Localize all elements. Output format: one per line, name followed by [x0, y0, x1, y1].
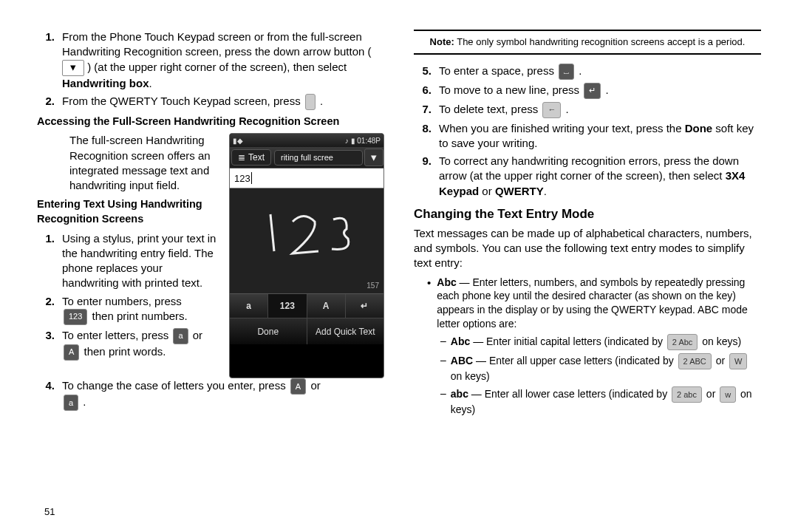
key-2abc-icon: 2 Abc [667, 334, 698, 350]
clock-text: 01:48P [357, 137, 381, 145]
key-a-lower-icon: a [173, 328, 188, 344]
key-enter: ↵ [346, 294, 383, 318]
signal-icon: ▮◆ [233, 136, 243, 146]
backspace-key-icon: ← [542, 102, 561, 118]
list-item: 3. To enter letters, press a or A then p… [37, 328, 219, 361]
char-count: 157 [366, 281, 379, 291]
key-a-lower: a [230, 294, 268, 318]
keypad-icon [305, 94, 316, 110]
space-key-icon: ⎵ [559, 64, 574, 80]
sub-item: – ABC — Enter all upper case letters (in… [440, 353, 761, 383]
list-item: 7. To delete text, press ← . [414, 102, 761, 118]
key-row: a 123 A ↵ [230, 293, 383, 318]
list-item: 1. From the Phone Touch Keypad screen or… [37, 30, 384, 91]
list-item: 2. From the QWERTY Touch Keypad screen, … [37, 94, 384, 110]
key-123-icon: 123 [64, 309, 87, 325]
step-number: 1. [37, 30, 55, 91]
note-block: Note: The only symbol handwriting recogn… [414, 30, 761, 55]
msg-icon: ≣ [238, 151, 245, 163]
handwriting-area: 157 [230, 188, 383, 293]
list-item: 1. Using a stylus, print your text in th… [37, 231, 219, 291]
key-w-lower-icon: w [720, 386, 736, 403]
sub-item: – abc — Enter all lower case letters (in… [440, 386, 761, 417]
key-123: 123 [268, 294, 307, 318]
status-bar: ▮◆ ♪ ▮ 01:48P [230, 134, 383, 147]
step-body: From the Phone Touch Keypad screen or fr… [62, 30, 384, 91]
list-item: 8. When you are finished writing your te… [414, 121, 761, 151]
paragraph: The full-screen Handwriting Recognition … [37, 133, 219, 193]
list-item: 6. To move to a new line, press ↵ . [414, 83, 761, 99]
list-item: 9. To correct any handwriting recognitio… [414, 154, 761, 199]
paragraph: Text messages can be made up of alphabet… [414, 226, 761, 271]
text-tab: ≣Text [231, 149, 271, 166]
phone-screenshot: ▮◆ ♪ ▮ 01:48P ≣Text riting full scree ▾ … [229, 133, 384, 378]
step-number: 2. [37, 94, 55, 110]
right-column: Note: The only symbol handwriting recogn… [399, 30, 776, 517]
dash-icon: – [440, 353, 446, 383]
done-softkey: Done [230, 318, 307, 344]
handwritten-123-icon [230, 188, 383, 293]
down-arrow-icon: ▾ [62, 60, 84, 76]
text-image-row: The full-screen Handwriting Recognition … [37, 133, 384, 378]
step-body: From the QWERTY Touch Keypad screen, pre… [62, 94, 384, 110]
caret-icon [251, 172, 252, 184]
key-a-upper: A [307, 294, 346, 318]
top-bar: ≣Text riting full scree ▾ [230, 147, 383, 168]
dash-icon: – [440, 386, 446, 417]
add-quick-text-softkey: Add Quick Text [307, 318, 384, 344]
list-item: 4. To change the case of letters you ent… [37, 378, 384, 411]
dropdown-icon: ▾ [364, 149, 383, 166]
section-heading: Changing the Text Entry Mode [414, 206, 761, 223]
page-number: 51 [44, 505, 55, 519]
subheading: Accessing the Full-Screen Handwriting Re… [37, 115, 384, 129]
text-field: 123 [230, 168, 383, 188]
dash-icon: – [440, 334, 446, 350]
key-2abc-lower-icon: 2 abc [672, 386, 702, 403]
key-a-upper-icon: A [290, 378, 306, 395]
left-column: 1. From the Phone Touch Keypad screen or… [22, 30, 399, 517]
mode-tab: riting full scree [274, 150, 363, 166]
sub-item: – Abc — Enter initial capital letters (i… [440, 334, 761, 350]
enter-key-icon: ↵ [584, 83, 601, 99]
key-a-lower-icon: a [64, 395, 78, 411]
list-item: 2. To enter numbers, press 123 then prin… [37, 294, 219, 325]
key-a-upper-icon: A [64, 344, 79, 361]
key-2ABC-icon: 2 ABC [678, 353, 712, 369]
bullet-item: • Abc — Enter letters, numbers, and symb… [427, 276, 761, 332]
manual-page: 1. From the Phone Touch Keypad screen or… [0, 0, 798, 532]
music-icon: ♪ ▮ [345, 137, 358, 145]
subheading: Entering Text Using Handwriting Recognit… [37, 197, 219, 226]
bullet-dot-icon: • [427, 276, 431, 332]
key-W-icon: W [729, 353, 747, 369]
list-item: 5. To enter a space, press ⎵ . [414, 64, 761, 80]
softkey-row: Done Add Quick Text [230, 318, 383, 344]
